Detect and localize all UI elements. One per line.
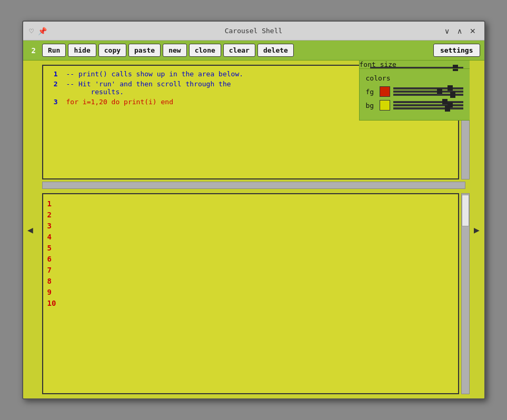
output-vscrollbar[interactable] (461, 193, 470, 394)
colors-label: colors (366, 74, 463, 82)
output-content: 1 2 3 4 5 6 7 8 9 10 (43, 194, 458, 313)
fg-slider-3[interactable] (393, 94, 463, 96)
line-code-1: -- print() calls show up in the area bel… (66, 70, 244, 78)
output-line-2: 2 (47, 209, 454, 221)
output-line-1: 1 (47, 198, 454, 209)
toolbar: 2 Run hide copy paste new clone clear de… (23, 41, 484, 61)
window-title: Carousel Shell (225, 27, 283, 35)
clear-button[interactable]: clear (223, 44, 255, 57)
fg-color-swatch[interactable] (380, 86, 390, 97)
content-area: 1 -- print() calls show up in the area b… (38, 61, 470, 398)
main-window: ♡ 📌 Carousel Shell ∨ ∧ ✕ 2 Run hide copy… (22, 21, 485, 399)
fg-sliders (393, 87, 463, 96)
bg-color-swatch[interactable] (380, 100, 390, 111)
paste-button[interactable]: paste (128, 44, 161, 57)
output-line-4: 4 (47, 232, 454, 243)
left-arrow-icon: ◀ (27, 224, 33, 235)
new-button[interactable]: new (163, 44, 186, 57)
line-code-3: for i=1,20 do print(i) end (66, 98, 174, 106)
output-line-5: 5 (47, 243, 454, 254)
output-line-9: 9 (47, 287, 454, 298)
pin-icon[interactable]: 📌 (38, 27, 47, 35)
fg-label: fg (366, 88, 376, 96)
font-size-label: font size (359, 61, 470, 69)
line-number-1: 1 (47, 70, 58, 78)
maximize-button[interactable]: ∧ (455, 26, 464, 36)
editor-hscrollbar[interactable] (42, 182, 465, 189)
title-bar-controls: ∨ ∧ ✕ (442, 26, 478, 36)
bg-slider-1[interactable] (393, 101, 463, 103)
bg-slider-3-thumb[interactable] (445, 105, 450, 112)
title-bar-left: ♡ 📌 (29, 27, 47, 35)
output-line-10: 10 (47, 298, 454, 309)
output-line-8: 8 (47, 276, 454, 287)
clone-button[interactable]: clone (189, 44, 221, 57)
copy-button[interactable]: copy (98, 44, 126, 57)
font-size-row: font size (366, 67, 463, 69)
scroll-left-button[interactable]: ◀ (23, 61, 38, 398)
minimize-button[interactable]: ∨ (442, 26, 452, 36)
line-number-3: 3 (47, 98, 58, 106)
output-pane[interactable]: 1 2 3 4 5 6 7 8 9 10 (42, 193, 459, 394)
output-vscroll-thumb[interactable] (462, 195, 469, 226)
editor-section: 1 -- print() calls show up in the area b… (38, 61, 470, 182)
right-arrow-icon: ▶ (474, 224, 480, 235)
tab-number: 2 (27, 44, 40, 57)
heart-icon[interactable]: ♡ (29, 27, 34, 35)
close-button[interactable]: ✕ (468, 26, 478, 36)
output-line-7: 7 (47, 265, 454, 276)
fg-row: fg (366, 86, 463, 97)
settings-panel: font size colors fg (359, 61, 470, 121)
scroll-right-button[interactable]: ▶ (470, 61, 484, 398)
hide-button[interactable]: hide (68, 44, 96, 57)
fg-slider-1[interactable] (393, 87, 463, 89)
fg-slider-3-thumb[interactable] (450, 92, 455, 98)
bg-sliders (393, 101, 463, 109)
main-area: ◀ 1 -- print() calls show up in the area… (23, 61, 484, 398)
line-code-2: -- Hit 'run' and then scroll through the… (66, 80, 231, 96)
bg-row: bg (366, 100, 463, 111)
output-line-6: 6 (47, 254, 454, 265)
run-button[interactable]: Run (42, 44, 66, 57)
line-number-2: 2 (47, 80, 58, 96)
delete-button[interactable]: delete (257, 44, 294, 57)
bg-slider-2[interactable] (393, 104, 463, 106)
output-section: 1 2 3 4 5 6 7 8 9 10 (38, 191, 470, 398)
settings-button[interactable]: settings (433, 44, 480, 57)
bg-label: bg (366, 102, 376, 109)
bg-slider-3[interactable] (393, 107, 463, 109)
output-line-3: 3 (47, 221, 454, 232)
title-bar: ♡ 📌 Carousel Shell ∨ ∧ ✕ (23, 22, 484, 41)
